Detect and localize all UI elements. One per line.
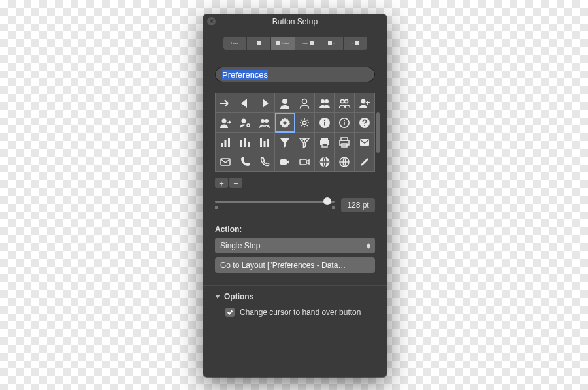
gear-icon[interactable] xyxy=(275,113,295,133)
info-icon[interactable] xyxy=(315,113,335,133)
triangle-right-icon[interactable] xyxy=(255,93,275,113)
user-link-icon[interactable] xyxy=(255,113,275,133)
mail-icon[interactable] xyxy=(355,133,374,152)
action-type-value: Single Step xyxy=(220,241,260,250)
action-step-text: Go to Layout ["Preferences - Data… xyxy=(220,261,346,270)
bars-alt-icon[interactable] xyxy=(235,133,255,152)
seg-0[interactable]: Lorem xyxy=(223,37,248,50)
phone-outline-icon[interactable] xyxy=(255,152,275,172)
arrow-right-icon[interactable] xyxy=(216,93,235,113)
icon-picker xyxy=(215,93,375,172)
options-label: Options xyxy=(224,292,253,301)
seg-5[interactable]: ·· xyxy=(344,37,367,50)
gear-outline-icon[interactable] xyxy=(295,113,315,133)
video-icon[interactable] xyxy=(275,152,295,172)
add-icon-button[interactable]: + xyxy=(215,178,228,188)
info-outline-icon[interactable] xyxy=(335,113,354,133)
action-type-dropdown[interactable]: Single Step xyxy=(215,238,375,253)
bars-3-icon[interactable] xyxy=(255,133,275,152)
remove-icon-button[interactable]: − xyxy=(229,178,242,188)
triangle-left-icon[interactable] xyxy=(235,93,255,113)
user-gear-icon[interactable] xyxy=(235,113,255,133)
globe-outline-icon[interactable] xyxy=(335,152,354,172)
close-button[interactable] xyxy=(207,17,216,25)
globe-icon[interactable] xyxy=(315,152,335,172)
action-label: Action: xyxy=(215,225,375,234)
funnel-icon[interactable] xyxy=(275,133,295,152)
printer-outline-icon[interactable] xyxy=(335,133,354,152)
slider-thumb[interactable] xyxy=(323,197,331,205)
help-icon[interactable] xyxy=(355,113,374,133)
plus-minus-group: + − xyxy=(215,178,375,188)
pencil-icon[interactable] xyxy=(355,152,374,172)
seg-2[interactable]: Lorem xyxy=(271,37,295,50)
button-setup-panel: Button Setup Lorem Lorem Lorem ·· ·· + −… xyxy=(203,14,387,377)
stepper-icon xyxy=(363,239,374,252)
mail-outline-icon[interactable] xyxy=(216,152,235,172)
button-style-segmented: Lorem Lorem Lorem ·· ·· xyxy=(223,37,367,50)
bars-icon[interactable] xyxy=(216,133,235,152)
user-outline-icon[interactable] xyxy=(295,93,315,113)
users-outline-icon[interactable] xyxy=(335,93,354,113)
button-name-input[interactable] xyxy=(215,67,375,82)
hand-cursor-checkbox[interactable] xyxy=(225,308,235,317)
seg-4[interactable]: ·· xyxy=(319,37,344,50)
phone-icon[interactable] xyxy=(235,152,255,172)
options-disclosure[interactable]: Options xyxy=(203,285,387,305)
icon-picker-scrollbar[interactable] xyxy=(376,112,380,153)
users-icon[interactable] xyxy=(315,93,335,113)
printer-icon[interactable] xyxy=(315,133,335,152)
seg-3[interactable]: Lorem xyxy=(295,37,319,50)
user-icon[interactable] xyxy=(275,93,295,113)
icon-size-slider[interactable] xyxy=(215,197,335,213)
window-title: Button Setup xyxy=(272,17,318,26)
icon-size-value: 128 pt xyxy=(341,198,375,212)
hand-cursor-label: Change cursor to hand over button xyxy=(240,308,361,317)
action-step-button[interactable]: Go to Layout ["Preferences - Data… xyxy=(215,257,375,273)
funnel-split-icon[interactable] xyxy=(295,133,315,152)
user-plus-icon[interactable] xyxy=(355,93,374,113)
titlebar: Button Setup xyxy=(203,14,387,29)
seg-1[interactable] xyxy=(247,37,271,50)
video-outline-icon[interactable] xyxy=(295,152,315,172)
disclosure-triangle-icon xyxy=(215,295,220,299)
user-arrow-icon[interactable] xyxy=(216,113,235,133)
